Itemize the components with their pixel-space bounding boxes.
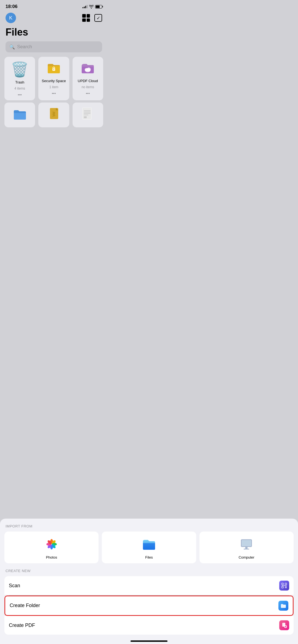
file-name-security: Security Space [42, 79, 66, 83]
wifi-icon [89, 5, 94, 9]
file-options-security[interactable]: ••• [52, 91, 56, 96]
file-card-trash[interactable]: 🗑️ Trash 4 items ••• [4, 57, 35, 100]
file-count-updf: no items [82, 85, 94, 89]
search-icon: 🔍 [9, 44, 15, 50]
blue-folder-icon [13, 107, 27, 122]
svg-point-1 [53, 69, 54, 70]
status-time: 18:06 [6, 4, 17, 9]
files-grid-row2 [0, 103, 108, 127]
file-card-archive[interactable] [38, 103, 69, 127]
status-icons [83, 5, 102, 9]
avatar[interactable]: K [6, 13, 16, 23]
files-grid: 🗑️ Trash 4 items ••• Security Space 1 it… [0, 57, 108, 100]
file-card-updf-cloud[interactable]: UPDF Cloud no items ••• [73, 57, 103, 100]
grid-view-button[interactable] [82, 14, 90, 22]
search-placeholder: Search [17, 44, 32, 50]
trash-icon: 🗑️ [11, 61, 29, 78]
file-name-updf: UPDF Cloud [78, 79, 98, 83]
page-title: Files [0, 25, 108, 41]
signal-icon [83, 5, 87, 8]
file-card-blue-folder[interactable] [4, 103, 35, 127]
file-count-trash: 4 items [14, 87, 25, 90]
file-card-document[interactable] [73, 103, 103, 127]
svg-rect-13 [84, 116, 87, 118]
search-bar[interactable]: 🔍 Search [6, 41, 102, 52]
archive-icon [47, 107, 61, 122]
select-button[interactable]: ✓ [94, 14, 102, 22]
file-options-trash[interactable]: ••• [18, 93, 22, 97]
page-header: K ✓ [0, 12, 108, 25]
battery-icon [95, 5, 102, 9]
updf-cloud-icon [81, 61, 95, 77]
security-space-icon [47, 61, 61, 77]
file-count-security: 1 item [49, 85, 58, 89]
status-bar: 18:06 [0, 0, 108, 12]
header-actions: ✓ [82, 14, 102, 22]
file-name-trash: Trash [15, 80, 24, 84]
file-options-updf[interactable]: ••• [86, 91, 90, 96]
document-icon [81, 107, 95, 122]
file-card-security-space[interactable]: Security Space 1 item ••• [38, 57, 69, 100]
